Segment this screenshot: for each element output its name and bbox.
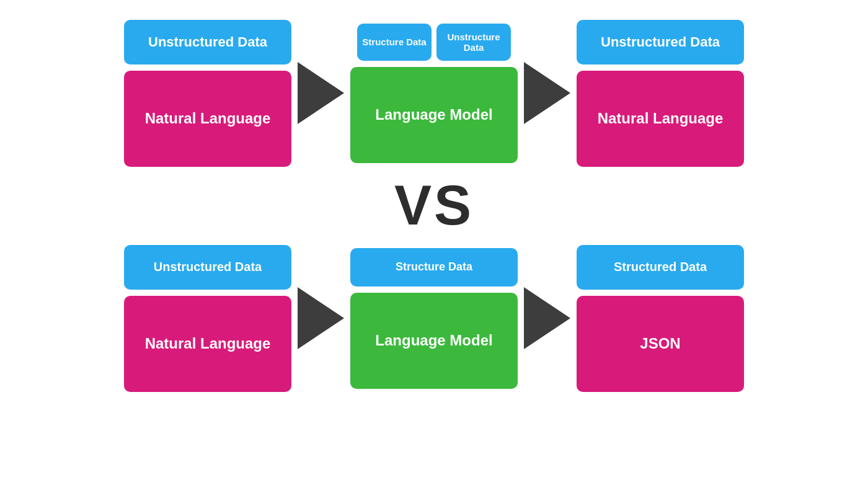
top-output-pink-box: Natural Language [577,71,744,167]
bot-arrow-2 [524,244,570,393]
bot-middle-blue-box: Structure Data [350,248,518,287]
top-output-col: Unstructured Data Natural Language [577,20,744,167]
vs-label: VS [394,174,474,238]
top-output-blue-box: Unstructured Data [577,20,744,65]
bot-input-pink-box: Natural Language [124,296,291,392]
bot-input-blue-box: Unstructured Data [124,245,291,290]
arrow-icon [524,287,570,349]
top-input-col: Unstructured Data Natural Language [124,20,291,167]
top-middle-blue-right-box: Unstructure Data [436,24,511,61]
top-middle-blue-pair: Structure Data Unstructure Data [357,24,511,61]
bot-output-pink-box: JSON [577,296,744,392]
top-arrow-1 [298,19,344,167]
bot-output-col: Structured Data JSON [577,245,744,392]
arrow-icon [298,287,344,349]
top-middle-green-box: Language Model [350,67,518,163]
top-input-blue-box: Unstructured Data [124,20,291,65]
top-diagram: Unstructured Data Natural Language Struc… [37,19,831,167]
top-middle-col: Structure Data Unstructure Data Language… [350,24,518,163]
top-middle-blue-left-box: Structure Data [357,24,432,61]
bot-middle-col: Structure Data Language Model [350,248,518,389]
bot-input-col: Unstructured Data Natural Language [124,245,291,392]
arrow-icon [524,62,570,124]
top-arrow-2 [524,19,570,167]
arrow-icon [298,62,344,124]
bottom-diagram: Unstructured Data Natural Language Struc… [37,244,831,393]
top-input-pink-box: Natural Language [124,71,291,167]
bot-output-blue-box: Structured Data [577,245,744,290]
vs-section: VS [37,167,831,244]
bot-arrow-1 [298,244,344,393]
bot-middle-green-box: Language Model [350,293,518,389]
